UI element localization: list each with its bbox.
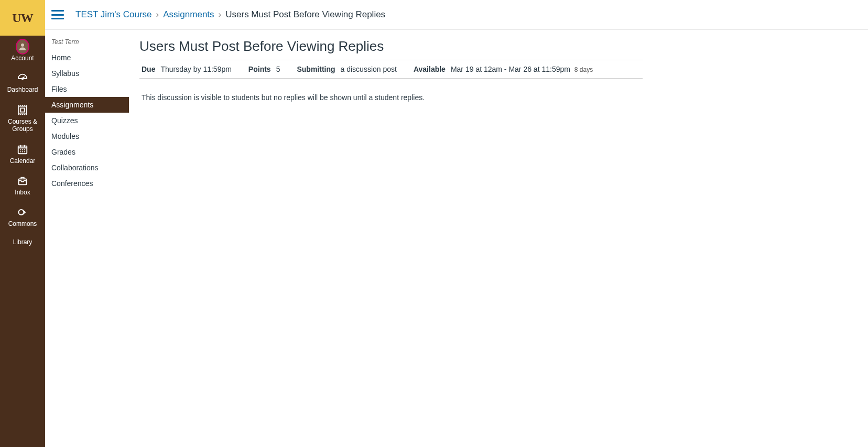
breadcrumb-bar: TEST Jim's Course › Assignments › Users … [45, 0, 868, 30]
global-nav: UW Account Dashboard Courses & Groups Ca… [0, 0, 45, 447]
cnav-home[interactable]: Home [45, 50, 129, 66]
meta-points: Points 5 [248, 65, 280, 73]
nav-calendar[interactable]: Calendar [0, 138, 45, 170]
assignment-description: This discussion is visible to students b… [139, 79, 643, 116]
available-extra: 8 days [574, 66, 593, 73]
crumb-course[interactable]: TEST Jim's Course [75, 9, 152, 20]
crumb-current: Users Must Post Before Viewing Replies [225, 9, 385, 20]
courses-icon [16, 104, 29, 116]
assignment-meta: Due Thursday by 11:59pm Points 5 Submitt… [139, 60, 643, 79]
due-label: Due [142, 65, 155, 73]
calendar-icon [16, 144, 29, 155]
crumb-section[interactable]: Assignments [163, 9, 214, 20]
meta-submitting: Submitting a discussion post [297, 65, 397, 73]
cnav-syllabus[interactable]: Syllabus [45, 66, 129, 81]
logo[interactable]: UW [0, 0, 45, 36]
course-nav: Test Term Home Syllabus Files Assignment… [45, 30, 129, 447]
available-label: Available [414, 65, 446, 73]
submitting-label: Submitting [297, 65, 335, 73]
account-icon [16, 41, 29, 52]
page-title: Users Must Post Before Viewing Replies [139, 38, 643, 54]
points-value: 5 [276, 65, 280, 73]
term-label: Test Term [45, 36, 129, 50]
points-label: Points [248, 65, 271, 73]
commons-icon [16, 206, 29, 218]
hamburger-icon[interactable] [51, 10, 64, 19]
nav-commons[interactable]: Commons [0, 201, 45, 233]
cnav-files[interactable]: Files [45, 81, 129, 97]
crumb-sep: › [219, 9, 222, 20]
dashboard-icon [16, 72, 29, 84]
svg-point-0 [21, 43, 24, 47]
nav-inbox[interactable]: Inbox [0, 170, 45, 201]
crumb-sep: › [156, 9, 159, 20]
submitting-value: a discussion post [341, 65, 397, 73]
cnav-grades[interactable]: Grades [45, 144, 129, 160]
nav-account[interactable]: Account [0, 36, 45, 67]
cnav-quizzes[interactable]: Quizzes [45, 113, 129, 128]
logo-text: UW [12, 11, 32, 25]
meta-available: Available Mar 19 at 12am - Mar 26 at 11:… [414, 65, 593, 73]
due-value: Thursday by 11:59pm [160, 65, 231, 73]
main-content: Users Must Post Before Viewing Replies D… [129, 30, 664, 447]
nav-library[interactable]: Library [0, 233, 45, 251]
cnav-assignments[interactable]: Assignments [45, 97, 129, 113]
cnav-modules[interactable]: Modules [45, 128, 129, 144]
inbox-icon [16, 175, 29, 187]
cnav-collaborations[interactable]: Collaborations [45, 160, 129, 176]
svg-rect-2 [19, 106, 27, 114]
nav-dashboard[interactable]: Dashboard [0, 67, 45, 99]
meta-due: Due Thursday by 11:59pm [142, 65, 232, 73]
svg-rect-3 [20, 108, 24, 112]
nav-courses[interactable]: Courses & Groups [0, 99, 45, 138]
available-value: Mar 19 at 12am - Mar 26 at 11:59pm [451, 65, 570, 73]
cnav-conferences[interactable]: Conferences [45, 176, 129, 191]
